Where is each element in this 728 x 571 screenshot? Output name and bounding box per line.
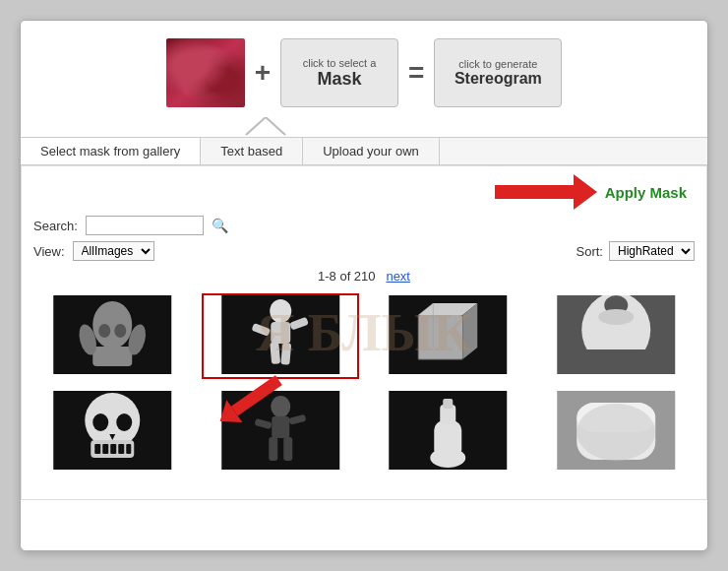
svg-point-10 bbox=[270, 299, 291, 323]
svg-point-28 bbox=[598, 309, 634, 325]
svg-rect-11 bbox=[271, 322, 290, 344]
svg-rect-41 bbox=[272, 416, 289, 438]
grid-item-2[interactable] bbox=[202, 293, 360, 379]
svg-rect-42 bbox=[269, 437, 277, 461]
connector-row bbox=[21, 117, 707, 137]
mask-select-box[interactable]: click to select a Mask bbox=[280, 38, 398, 107]
apply-mask-label[interactable]: Apply Mask bbox=[605, 184, 687, 201]
grid-item-8[interactable] bbox=[537, 389, 696, 475]
svg-rect-48 bbox=[434, 420, 461, 460]
arrow-head bbox=[574, 174, 597, 210]
mask-img-8 bbox=[539, 391, 694, 470]
svg-point-5 bbox=[98, 324, 110, 338]
svg-point-6 bbox=[114, 324, 126, 338]
plus-sign: + bbox=[255, 59, 271, 87]
svg-point-54 bbox=[576, 404, 655, 461]
svg-rect-34 bbox=[94, 444, 100, 454]
tab-select-mask[interactable]: Select mask from gallery bbox=[21, 138, 201, 164]
search-input[interactable] bbox=[86, 216, 204, 235]
tab-upload-own[interactable]: Upload your own bbox=[303, 138, 440, 164]
mask-small-text: click to select a bbox=[303, 57, 377, 69]
pagination-next[interactable]: next bbox=[386, 269, 410, 284]
search-icon[interactable]: 🔍 bbox=[212, 218, 228, 233]
svg-rect-27 bbox=[581, 349, 650, 374]
search-row: Search: 🔍 bbox=[33, 216, 695, 235]
equals-sign: = bbox=[408, 59, 424, 87]
stereo-select-box[interactable]: click to generate Stereogram bbox=[434, 38, 562, 107]
svg-rect-4 bbox=[92, 347, 132, 366]
grid-item-4[interactable] bbox=[537, 293, 696, 379]
texture-thumbnail[interactable] bbox=[166, 38, 245, 107]
connector-svg bbox=[241, 117, 290, 137]
svg-rect-13 bbox=[280, 343, 291, 365]
svg-point-32 bbox=[116, 413, 132, 431]
grid-item-7[interactable] bbox=[369, 389, 527, 475]
sort-group: Sort: HighRated bbox=[576, 241, 695, 261]
view-select[interactable]: AllImages bbox=[73, 241, 154, 261]
arrow-body bbox=[495, 185, 574, 199]
svg-rect-43 bbox=[283, 437, 292, 461]
mask-big-text: Mask bbox=[317, 69, 361, 90]
grid-item-1[interactable] bbox=[33, 293, 192, 379]
mask-img-7 bbox=[371, 391, 525, 470]
sort-select[interactable]: HighRated bbox=[609, 241, 695, 261]
main-container: + click to select a Mask = click to gene… bbox=[20, 20, 708, 551]
svg-line-0 bbox=[246, 117, 266, 135]
grid-item-3[interactable] bbox=[369, 293, 527, 379]
top-section: + click to select a Mask = click to gene… bbox=[21, 21, 707, 117]
svg-rect-50 bbox=[443, 399, 453, 409]
tab-text-based[interactable]: Text based bbox=[201, 138, 303, 164]
svg-line-1 bbox=[266, 117, 285, 135]
mask-img-2 bbox=[204, 295, 358, 374]
stereo-small-text: click to generate bbox=[458, 58, 537, 70]
mask-img-3 bbox=[371, 295, 525, 374]
view-label: View: bbox=[33, 244, 65, 259]
grid-item-5[interactable] bbox=[33, 389, 192, 475]
pagination-row: 1-8 of 210 next bbox=[33, 269, 695, 284]
svg-point-31 bbox=[92, 413, 108, 431]
stereo-big-text: Stereogram bbox=[455, 70, 542, 88]
sort-label: Sort: bbox=[576, 244, 603, 259]
search-label: Search: bbox=[33, 219, 78, 233]
apply-mask-arrow bbox=[495, 174, 597, 210]
svg-rect-37 bbox=[118, 444, 124, 454]
view-sort-row: View: AllImages Sort: HighRated bbox=[33, 241, 695, 261]
tab-row: Select mask from gallery Text based Uplo… bbox=[21, 137, 707, 165]
image-grid bbox=[33, 289, 695, 478]
mask-img-1 bbox=[35, 295, 190, 374]
svg-point-3 bbox=[92, 301, 132, 349]
svg-rect-36 bbox=[110, 444, 116, 454]
svg-rect-12 bbox=[270, 342, 280, 364]
mask-img-4 bbox=[539, 295, 694, 374]
svg-rect-17 bbox=[418, 315, 462, 359]
content-area: Я БЛЫК Apply Mask Search: 🔍 View: AllIma… bbox=[21, 165, 707, 500]
svg-rect-38 bbox=[126, 444, 131, 454]
svg-rect-35 bbox=[102, 444, 108, 454]
pagination-range: 1-8 of 210 bbox=[318, 269, 376, 284]
apply-mask-row: Apply Mask bbox=[33, 174, 695, 210]
mask-img-5 bbox=[35, 391, 190, 470]
